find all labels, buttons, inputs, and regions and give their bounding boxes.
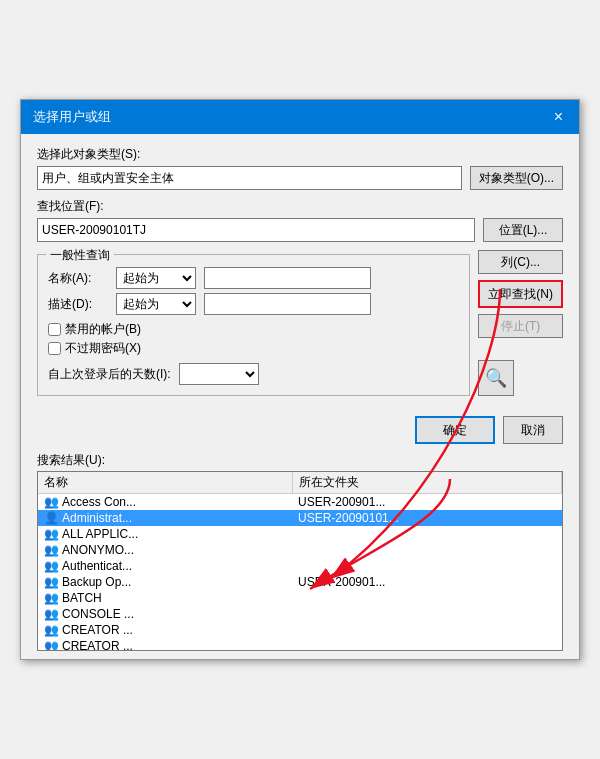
desc-row: 描述(D): 起始为 [48, 293, 459, 315]
table-cell-name: 👥 CREATOR ... [38, 638, 292, 651]
close-button[interactable]: × [550, 109, 567, 125]
table-cell-name: 👥 Backup Op... [38, 574, 292, 590]
results-label: 搜索结果(U): [21, 452, 579, 471]
table-row[interactable]: 👥 BATCH [38, 590, 562, 606]
table-cell-name: 👥 BATCH [38, 590, 292, 606]
disabled-account-row: 禁用的帐户(B) [48, 321, 459, 338]
table-row[interactable]: 👥 ANONYMO... [38, 542, 562, 558]
non-expiring-row: 不过期密码(X) [48, 340, 459, 357]
table-cell-folder [292, 590, 561, 606]
name-input[interactable] [204, 267, 371, 289]
list-columns-button[interactable]: 列(C)... [478, 250, 563, 274]
desc-label: 描述(D): [48, 296, 108, 313]
desc-select[interactable]: 起始为 [116, 293, 196, 315]
col-folder-header: 所在文件夹 [292, 472, 561, 494]
magnifier-icon: 🔍 [485, 367, 507, 389]
dialog-body: 选择此对象类型(S): 对象类型(O)... 查找位置(F): 位置(L)... [21, 134, 579, 408]
table-cell-folder: USER-20090101... [292, 510, 561, 526]
table-row[interactable]: 👥 Authenticat... [38, 558, 562, 574]
table-cell-folder [292, 542, 561, 558]
table-cell-folder [292, 526, 561, 542]
search-now-button[interactable]: 立即查找(N) [478, 280, 563, 308]
location-section: 查找位置(F): 位置(L)... [37, 198, 563, 242]
results-table: 名称 所在文件夹 👥 Access Con...USER-200901...👤 … [38, 472, 562, 651]
table-row[interactable]: 👥 CREATOR ... [38, 622, 562, 638]
row-icon: 👥 [44, 527, 59, 541]
stop-button[interactable]: 停止(T) [478, 314, 563, 338]
non-expiring-label: 不过期密码(X) [65, 340, 141, 357]
row-icon: 👥 [44, 543, 59, 557]
left-section: 一般性查询 名称(A): 起始为 描述(D): [37, 250, 470, 396]
name-label: 名称(A): [48, 270, 108, 287]
query-group-title: 一般性查询 [46, 247, 114, 264]
name-select[interactable]: 起始为 [116, 267, 196, 289]
table-row[interactable]: 👥 ALL APPLIC... [38, 526, 562, 542]
object-type-label: 选择此对象类型(S): [37, 146, 563, 163]
row-icon: 👥 [44, 639, 59, 651]
table-row[interactable]: 👥 Access Con...USER-200901... [38, 494, 562, 511]
table-cell-folder: USER-200901... [292, 494, 561, 511]
ok-cancel-row: 确定 取消 [21, 408, 579, 452]
select-user-dialog: 选择用户或组 × 选择此对象类型(S): 对象类型(O)... 查找位置(F):… [20, 99, 580, 660]
days-label: 自上次登录后的天数(I): [48, 366, 171, 383]
name-row: 名称(A): 起始为 [48, 267, 459, 289]
disabled-account-checkbox[interactable] [48, 323, 61, 336]
title-bar: 选择用户或组 × [21, 100, 579, 134]
query-group: 一般性查询 名称(A): 起始为 描述(D): [37, 254, 470, 396]
table-row[interactable]: 👤 Administrat...USER-20090101... [38, 510, 562, 526]
table-cell-name: 👥 ALL APPLIC... [38, 526, 292, 542]
results-container[interactable]: 名称 所在文件夹 👥 Access Con...USER-200901...👤 … [37, 471, 563, 651]
col-name-header: 名称 [38, 472, 292, 494]
table-cell-name: 👥 ANONYMO... [38, 542, 292, 558]
right-buttons: 列(C)... 立即查找(N) 停止(T) 🔍 [478, 250, 563, 396]
table-cell-folder [292, 638, 561, 651]
object-type-input[interactable] [37, 166, 462, 190]
table-cell-folder: USER-200901... [292, 574, 561, 590]
table-cell-name: 👥 Authenticat... [38, 558, 292, 574]
row-icon: 👥 [44, 607, 59, 621]
table-cell-folder [292, 558, 561, 574]
object-type-button[interactable]: 对象类型(O)... [470, 166, 563, 190]
disabled-account-label: 禁用的帐户(B) [65, 321, 141, 338]
table-cell-name: 👥 Access Con... [38, 494, 292, 511]
desc-input[interactable] [204, 293, 371, 315]
location-label: 查找位置(F): [37, 198, 563, 215]
main-section: 一般性查询 名称(A): 起始为 描述(D): [37, 250, 563, 396]
table-cell-name: 👤 Administrat... [38, 510, 292, 526]
location-button[interactable]: 位置(L)... [483, 218, 563, 242]
row-icon: 👥 [44, 495, 59, 509]
table-row[interactable]: 👥 Backup Op...USER-200901... [38, 574, 562, 590]
days-select[interactable] [179, 363, 259, 385]
cancel-button[interactable]: 取消 [503, 416, 563, 444]
days-row: 自上次登录后的天数(I): [48, 363, 459, 385]
table-cell-folder [292, 606, 561, 622]
row-icon: 👥 [44, 575, 59, 589]
ok-button[interactable]: 确定 [415, 416, 495, 444]
row-icon: 👤 [44, 511, 59, 525]
object-type-section: 选择此对象类型(S): 对象类型(O)... [37, 146, 563, 190]
table-cell-name: 👥 CONSOLE ... [38, 606, 292, 622]
row-icon: 👥 [44, 623, 59, 637]
row-icon: 👥 [44, 559, 59, 573]
table-cell-name: 👥 CREATOR ... [38, 622, 292, 638]
table-row[interactable]: 👥 CONSOLE ... [38, 606, 562, 622]
location-input[interactable] [37, 218, 475, 242]
table-cell-folder [292, 622, 561, 638]
table-row[interactable]: 👥 CREATOR ... [38, 638, 562, 651]
search-icon-button[interactable]: 🔍 [478, 360, 514, 396]
dialog-title: 选择用户或组 [33, 108, 111, 126]
row-icon: 👥 [44, 591, 59, 605]
non-expiring-checkbox[interactable] [48, 342, 61, 355]
